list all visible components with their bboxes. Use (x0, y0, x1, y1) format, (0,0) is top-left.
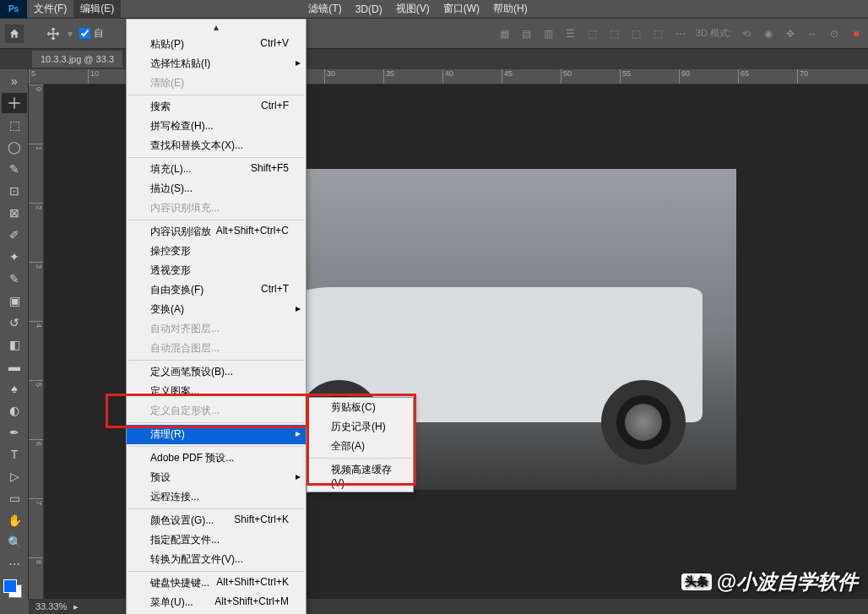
menu-paste-special[interactable]: 选择性粘贴(I)▸ (127, 54, 306, 73)
menu-contentfill: 内容识别填充... (127, 198, 306, 218)
auto-checkbox[interactable] (79, 28, 90, 39)
distribute-icon[interactable]: ⬚ (586, 27, 599, 41)
healing-tool[interactable]: ✦ (2, 247, 27, 267)
menu-paste[interactable]: 粘贴(P)Ctrl+V (127, 35, 306, 54)
roll-icon[interactable]: ◉ (762, 27, 775, 41)
marquee-tool[interactable]: ⬚ (2, 115, 27, 135)
distribute-icon[interactable]: ⬚ (630, 27, 643, 41)
menu-edit[interactable]: 编辑(E) (73, 0, 121, 19)
stamp-tool[interactable]: ▣ (2, 291, 27, 311)
pan-icon[interactable]: ✥ (784, 27, 797, 41)
menu-filter[interactable]: 滤镜(T) (301, 0, 348, 19)
edit-menu-dropdown: ▴ 粘贴(P)Ctrl+V 选择性粘贴(I)▸ 清除(E) 搜索Ctrl+F 拼… (126, 19, 307, 614)
align-icon[interactable]: ▦ (498, 27, 512, 41)
menu-3d[interactable]: 3D(D) (349, 1, 389, 18)
home-button[interactable] (5, 24, 24, 43)
move-tool-icon[interactable] (46, 26, 61, 41)
zoom-tool[interactable]: 🔍 (2, 532, 27, 552)
menu-adobepdf[interactable]: Adobe PDF 预设... (127, 448, 306, 468)
more-icon[interactable]: ⋯ (674, 27, 687, 41)
shape-tool[interactable]: ▭ (2, 488, 27, 508)
menu-freetransform[interactable]: 自由变换(F)Ctrl+T (127, 280, 306, 300)
menu-presets[interactable]: 预设▸ (127, 468, 306, 487)
type-tool[interactable]: T (2, 444, 27, 465)
menu-transform[interactable]: 变换(A)▸ (127, 300, 306, 319)
hand-tool[interactable]: ✋ (2, 510, 27, 530)
camera-icon[interactable]: ■ (849, 27, 863, 41)
fg-color[interactable] (3, 579, 17, 593)
menu-view[interactable]: 视图(V) (389, 0, 437, 19)
menu-defineshape: 定义自定形状... (127, 401, 306, 421)
distribute-icon[interactable]: ⬚ (608, 27, 621, 41)
menu-file[interactable]: 文件(F) (27, 0, 73, 19)
menu-help[interactable]: 帮助(H) (486, 0, 534, 19)
brush-tool[interactable]: ✎ (2, 269, 27, 289)
menubar: Ps 文件(F) 编辑(E) 滤镜(T) 3D(D) 视图(V) 窗口(W) 帮… (0, 0, 868, 19)
menu-spell[interactable]: 拼写检查(H)... (127, 117, 306, 136)
dodge-tool[interactable]: ◐ (2, 400, 27, 421)
menu-purge[interactable]: 清理(R)▸ (127, 425, 306, 444)
eraser-tool[interactable]: ◧ (2, 334, 27, 355)
lasso-tool[interactable]: ◯ (2, 137, 27, 157)
menu-contentscale[interactable]: 内容识别缩放Alt+Shift+Ctrl+C (127, 222, 306, 242)
gradient-tool[interactable]: ▬ (2, 356, 27, 377)
menu-definepattern[interactable]: 定义图案... (127, 382, 306, 401)
zoom-level[interactable]: 33.33% (35, 601, 67, 611)
crop-tool[interactable]: ⊡ (2, 181, 27, 201)
menu-puppet[interactable]: 操控变形 (127, 242, 306, 261)
menu-menus[interactable]: 菜单(U)...Alt+Shift+Ctrl+M (127, 593, 306, 612)
align-icon[interactable]: ▤ (520, 27, 534, 41)
menu-remote[interactable]: 远程连接... (127, 487, 306, 507)
document-tab[interactable]: 10.3.3.jpg @ 33.3 (32, 51, 122, 68)
menu-search[interactable]: 搜索Ctrl+F (127, 97, 306, 117)
tools-panel: » ⬚ ◯ ✎ ⊡ ⊠ ✐ ✦ ✎ ▣ ↺ ◧ ▬ ♠ ◐ ✒ T ▷ ▭ ✋ … (0, 69, 29, 600)
distribute-icon[interactable]: ⬚ (652, 27, 665, 41)
history-brush-tool[interactable]: ↺ (2, 312, 27, 333)
more-tools[interactable]: ⋯ (2, 554, 27, 574)
scroll-up-icon[interactable]: ▴ (127, 19, 306, 35)
pen-tool[interactable]: ✒ (2, 422, 27, 443)
menu-clear: 清除(E) (127, 73, 306, 93)
menu-keyboard[interactable]: 键盘快捷键...Alt+Shift+Ctrl+K (127, 573, 306, 593)
align-icon[interactable]: ▥ (542, 27, 556, 41)
color-swatches[interactable] (2, 579, 24, 598)
menu-colorsettings[interactable]: 颜色设置(G)...Shift+Ctrl+K (127, 511, 306, 530)
app-icon: Ps (0, 0, 27, 19)
quick-select-tool[interactable]: ✎ (2, 159, 27, 179)
ruler-vertical: 012345678 (29, 84, 44, 599)
orbit-icon[interactable]: ⟲ (740, 27, 753, 41)
menu-perspective[interactable]: 透视变形 (127, 261, 306, 280)
eyedropper-tool[interactable]: ✐ (2, 225, 27, 245)
menu-autoalign: 自动对齐图层... (127, 319, 306, 339)
menu-fill[interactable]: 填充(L)...Shift+F5 (127, 160, 306, 179)
submenu-clipboard[interactable]: 剪贴板(C) (307, 398, 413, 417)
watermark: 头条 @小波自学软件 (681, 568, 858, 595)
menu-autoblend: 自动混合图层... (127, 339, 306, 358)
menu-stroke[interactable]: 描边(S)... (127, 179, 306, 198)
expand-icon[interactable]: » (2, 71, 27, 91)
auto-label: 自 (94, 26, 104, 41)
menu-assignprofile[interactable]: 指定配置文件... (127, 530, 306, 550)
chevron-right-icon[interactable]: ▸ (73, 601, 79, 612)
slide-icon[interactable]: ↔ (806, 27, 819, 41)
mode3d-label: 3D 模式: (696, 27, 731, 40)
move-tool[interactable] (2, 93, 27, 113)
path-tool[interactable]: ▷ (2, 466, 27, 486)
submenu-all[interactable]: 全部(A) (307, 437, 413, 456)
menu-definebrush[interactable]: 定义画笔预设(B)... (127, 362, 306, 382)
submenu-history[interactable]: 历史记录(H) (307, 417, 413, 437)
menu-findreplace[interactable]: 查找和替换文本(X)... (127, 136, 306, 155)
align-icon[interactable]: ☰ (564, 27, 578, 41)
blur-tool[interactable]: ♠ (2, 378, 27, 399)
frame-tool[interactable]: ⊠ (2, 203, 27, 223)
zoom3d-icon[interactable]: ⊙ (827, 27, 841, 41)
menu-convertprofile[interactable]: 转换为配置文件(V)... (127, 550, 306, 569)
purge-submenu: 剪贴板(C) 历史记录(H) 全部(A) 视频高速缓存(V) (307, 397, 414, 492)
submenu-videocache[interactable]: 视频高速缓存(V) (307, 460, 413, 492)
menu-window[interactable]: 窗口(W) (437, 0, 486, 19)
